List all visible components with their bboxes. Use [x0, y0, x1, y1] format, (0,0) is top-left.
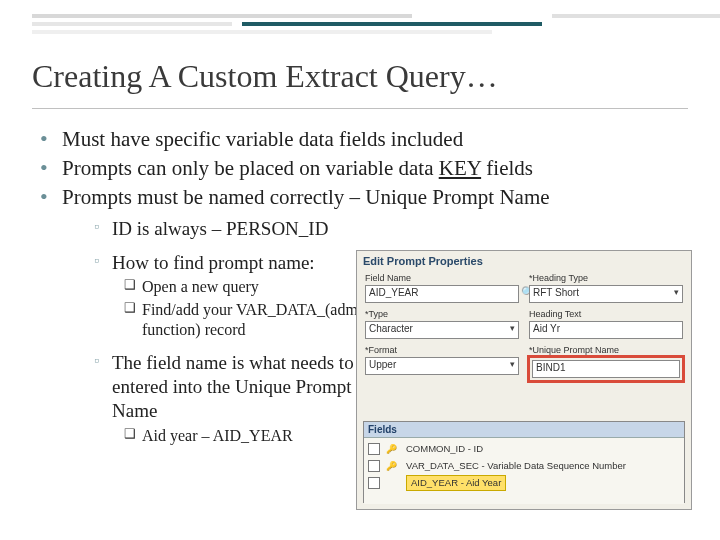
label-headingtext: Heading Text: [529, 309, 683, 319]
subsub-list: Aid year – AID_YEAR: [112, 426, 392, 446]
label-format: Format: [365, 345, 519, 355]
slide-title: Creating A Custom Extract Query…: [32, 58, 688, 95]
field-row[interactable]: AID_YEAR - Aid Year: [368, 474, 680, 491]
label-headingtype: Heading Type: [529, 273, 683, 283]
text: Prompts can only be placed on variable d…: [62, 156, 439, 180]
field-type: Type Character: [365, 309, 519, 339]
field-row-text: COMMON_ID - ID: [406, 443, 483, 454]
field-row-highlight: AID_YEAR - Aid Year: [406, 475, 506, 491]
subsub-item: Aid year – AID_YEAR: [124, 426, 392, 446]
deco-bar: [32, 30, 492, 34]
checkbox-icon[interactable]: [368, 477, 380, 489]
input-headingtext[interactable]: Aid Yr: [529, 321, 683, 339]
select-format[interactable]: Upper: [365, 357, 519, 375]
sub-item: ID is always – PERSON_ID: [94, 217, 692, 241]
text: fields: [481, 156, 533, 180]
checkbox-icon[interactable]: [368, 443, 380, 455]
field-headingtext: Heading Text Aid Yr: [529, 309, 683, 339]
label-fieldname: Field Name: [365, 273, 519, 283]
fields-panel: Fields 🔑 COMMON_ID - ID 🔑 VAR_DATA_SEC -…: [363, 421, 685, 503]
field-row-text: VAR_DATA_SEC - Variable Data Sequence Nu…: [406, 460, 626, 471]
fields-header: Fields: [364, 422, 684, 438]
text: The field name is what needs to be enter…: [112, 352, 376, 422]
dialog-title: Edit Prompt Properties: [357, 251, 691, 273]
field-format: Format Upper: [365, 345, 519, 381]
deco-bar: [552, 14, 720, 18]
field-unique-prompt-name: Unique Prompt Name BIND1: [529, 345, 683, 381]
input-upn[interactable]: BIND1: [532, 360, 680, 378]
deco-bar: [32, 14, 412, 18]
field-headingtype: Heading Type RFT Short: [529, 273, 683, 303]
title-underline: [32, 108, 688, 109]
field-row[interactable]: 🔑 COMMON_ID - ID: [368, 440, 680, 457]
text: Prompts must be named correctly – Unique…: [62, 185, 550, 209]
decorative-bars: [32, 14, 698, 46]
key-icon: 🔑: [386, 444, 400, 454]
field-row[interactable]: 🔑 VAR_DATA_SEC - Variable Data Sequence …: [368, 457, 680, 474]
select-headingtype[interactable]: RFT Short: [529, 285, 683, 303]
text: How to find prompt name:: [112, 252, 315, 273]
select-type[interactable]: Character: [365, 321, 519, 339]
edit-prompt-dialog: Edit Prompt Properties Field Name AID_YE…: [356, 250, 692, 510]
bullet-item: Prompts can only be placed on variable d…: [40, 155, 692, 182]
field-fieldname: Field Name AID_YEAR 🔍: [365, 273, 519, 303]
key-text: KEY: [439, 156, 481, 180]
upn-highlight-box: BIND1: [527, 355, 685, 383]
key-icon: 🔑: [386, 461, 400, 471]
input-fieldname[interactable]: AID_YEAR: [365, 285, 519, 303]
bullet-item: Must have specific variable data fields …: [40, 126, 692, 153]
sub-item: The field name is what needs to be enter…: [94, 351, 392, 446]
slide: Creating A Custom Extract Query… Must ha…: [0, 0, 720, 540]
deco-bar: [242, 22, 542, 26]
checkbox-icon[interactable]: [368, 460, 380, 472]
deco-bar: [32, 22, 232, 26]
dialog-form: Field Name AID_YEAR 🔍 Heading Type RFT S…: [357, 273, 691, 381]
label-upn: Unique Prompt Name: [529, 345, 683, 355]
label-type: Type: [365, 309, 519, 319]
fields-body: 🔑 COMMON_ID - ID 🔑 VAR_DATA_SEC - Variab…: [364, 438, 684, 504]
